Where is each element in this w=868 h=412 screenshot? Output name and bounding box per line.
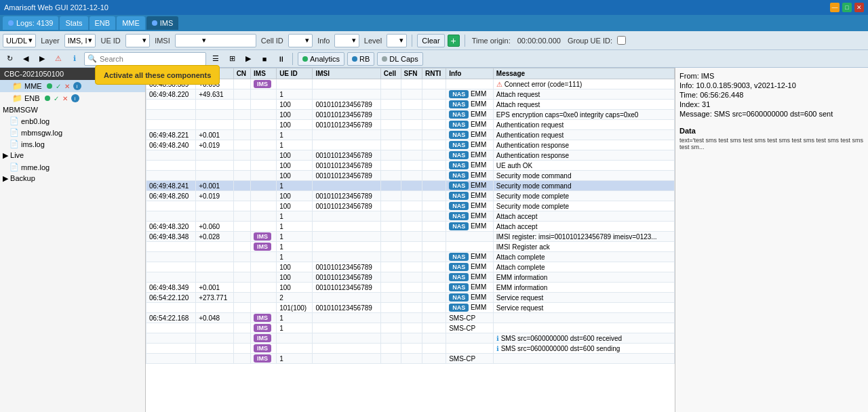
tab-mme-label: MME [122, 19, 140, 27]
table-row[interactable]: 06:49:48.260+0.019100001010123456789NAS … [146, 191, 675, 201]
mme-info[interactable]: i [73, 82, 81, 90]
sidebar-item-mbmsgw[interactable]: MBMSGW [0, 104, 145, 115]
data-section-title: Data [679, 127, 864, 135]
level-label: Level [362, 37, 384, 45]
activation-text: Activate all these components [104, 71, 211, 79]
table-row[interactable]: 100001010123456789NAS EMMEPS encryption … [146, 110, 675, 120]
refresh-button[interactable]: ↻ [3, 52, 16, 66]
table-row[interactable]: IMS1SMS-CP [146, 323, 675, 333]
table-row[interactable]: 06:49:48.240+0.0191NAS EMMAuthentication… [146, 140, 675, 150]
tab-enb[interactable]: ENB [90, 16, 116, 30]
dlcaps-label: DL Caps [389, 55, 418, 63]
tab-stats-label: Stats [65, 19, 82, 27]
tab-stats[interactable]: Stats [60, 16, 87, 30]
table-row[interactable]: 06:48:58.389+0.093IMS⚠ Connect error (co… [146, 79, 675, 89]
list-icon[interactable]: ☰ [209, 52, 222, 66]
group-ueid-checkbox[interactable] [617, 36, 626, 45]
sidebar-item-mbmsgwlog[interactable]: 📄 mbmsgw.log [0, 127, 145, 138]
clear-button[interactable]: Clear [417, 34, 444, 47]
grid-icon[interactable]: ⊞ [225, 52, 239, 66]
tab-ims[interactable]: IMS [146, 16, 179, 30]
content-area: Time Δ CN IMS UE ID IMSI Cell SFN RNTI I… [146, 68, 868, 412]
info-select[interactable]: ▾ [334, 34, 359, 47]
sidebar-item-enb[interactable]: 📁 ENB ✓ ✕ i [0, 92, 145, 104]
sidebar-item-enb0log[interactable]: 📄 enb0.log [0, 115, 145, 127]
table-row[interactable]: 101(100)001010123456789NAS EMMService re… [146, 303, 675, 313]
log-table-container[interactable]: Time Δ CN IMS UE ID IMSI Cell SFN RNTI I… [146, 68, 675, 412]
rb-dot [352, 56, 357, 62]
enb-x[interactable]: ✕ [62, 95, 68, 102]
search-input[interactable] [100, 55, 203, 63]
message-field: Message: SMS src=0600000000 dst=600 sent [679, 110, 864, 118]
table-row[interactable]: 100001010123456789NAS EMMUE auth OK [146, 161, 675, 171]
table-row[interactable]: 1NAS EMMAttach complete [146, 252, 675, 262]
table-row[interactable]: 100001010123456789NAS EMMAttach request [146, 100, 675, 110]
table-row[interactable]: IMS1IMSI Register ack [146, 242, 675, 252]
play-icon[interactable]: ▶ [241, 52, 255, 66]
table-row[interactable]: 100001010123456789NAS EMMEMM information [146, 272, 675, 283]
group-ueid-label: Group UE ID: [566, 37, 614, 45]
table-row[interactable]: IMSℹ SMS src=0600000000 dst=600 sending [146, 344, 675, 354]
table-row[interactable]: 06:49:48.241+0.0011NAS EMMSecurity mode … [146, 181, 675, 191]
enb-check[interactable]: ✓ [54, 95, 59, 102]
sidebar-item-backup[interactable]: ▶ Backup [0, 173, 145, 184]
stop-icon[interactable]: ■ [258, 52, 271, 66]
sidebar-label-enb0log: enb0.log [21, 117, 50, 125]
right-panel: From: IMS Info: 10.0.0.185:9003, v2021-1… [675, 68, 868, 412]
table-row[interactable]: IMSℹ SMS src=0600000000 dst=600 received [146, 333, 675, 344]
mme-check[interactable]: ✓ [56, 83, 61, 90]
ueid-select[interactable]: ▾ [125, 34, 150, 47]
sidebar-label-backup: ▶ Backup [3, 174, 35, 183]
pause-icon[interactable]: ⏸ [274, 52, 288, 66]
sidebar-item-live[interactable]: ▶ Live [0, 150, 145, 161]
folder-icon-enb: 📁 [12, 94, 22, 103]
table-row[interactable]: 1NAS EMMAttach accept [146, 211, 675, 222]
table-row[interactable]: 100001010123456789NAS EMMSecurity mode c… [146, 171, 675, 181]
sidebar-label-imslog: ims.log [21, 140, 45, 148]
table-row[interactable]: IMS1SMS-CP [146, 354, 675, 364]
analytics-button[interactable]: Analytics [298, 52, 344, 66]
file-icon-enb0: 📄 [9, 117, 19, 125]
sidebar-label-mmelog: mme.log [21, 163, 50, 171]
activation-popup: Activate all these components [95, 65, 220, 85]
table-row[interactable]: 100001010123456789NAS EMMAuthentication … [146, 150, 675, 161]
table-row[interactable]: 06:54:22.120+273.7712NAS EMMService requ… [146, 293, 675, 303]
minimize-button[interactable]: — [830, 3, 840, 12]
tab-logs[interactable]: Logs: 4139 [3, 16, 58, 30]
back-button[interactable]: ◀ [19, 52, 33, 66]
imsi-select[interactable]: ▾ [175, 34, 256, 47]
tab-mme[interactable]: MME [117, 16, 145, 30]
cellid-select[interactable]: ▾ [288, 34, 313, 47]
rb-button[interactable]: RB [347, 52, 374, 66]
table-row[interactable]: 06:49:48.221+0.0011NAS EMMAuthentication… [146, 130, 675, 140]
table-row[interactable]: 06:49:48.348+0.028IMS1IMSI register: ims… [146, 232, 675, 242]
add-button[interactable]: + [448, 35, 460, 47]
uldl-select[interactable]: UL/DL ▾ [3, 34, 36, 47]
sidebar-item-mmelog[interactable]: 📄 mme.log [0, 161, 145, 173]
close-button[interactable]: ✕ [854, 3, 864, 12]
file-icon-ims: 📄 [9, 140, 19, 148]
warning-button[interactable]: ⚠ [52, 52, 65, 66]
table-row[interactable]: 06:49:48.349+0.001100001010123456789NAS … [146, 283, 675, 293]
info-button[interactable]: ℹ [68, 52, 81, 66]
maximize-button[interactable]: □ [842, 3, 852, 12]
data-content: text='test sms test sms test sms test sm… [679, 137, 864, 150]
table-row[interactable]: 06:49:48.220+49.6311NAS EMMAttach reques… [146, 89, 675, 100]
index-field: Index: 31 [679, 100, 864, 108]
layer-label: Layer [39, 37, 62, 45]
table-row[interactable]: 100001010123456789NAS EMMAuthentication … [146, 120, 675, 130]
search-icon: 🔍 [87, 54, 97, 63]
table-row[interactable]: 100001010123456789NAS EMMSecurity mode c… [146, 201, 675, 211]
enb-info[interactable]: i [71, 94, 79, 102]
mme-x[interactable]: ✕ [64, 83, 70, 90]
sidebar-item-imslog[interactable]: 📄 ims.log [0, 138, 145, 150]
sidebar-label-mme: MME [24, 82, 42, 90]
table-row[interactable]: 06:54:22.168+0.048IMS1SMS-CP [146, 313, 675, 323]
level-select[interactable]: ▾ [387, 34, 407, 47]
forward-button[interactable]: ▶ [35, 52, 49, 66]
layer-select[interactable]: IMS, I ▾ [64, 34, 96, 47]
col-ueid: UE ID [277, 68, 313, 79]
dlcaps-button[interactable]: DL Caps [377, 52, 422, 66]
table-row[interactable]: 06:49:48.320+0.0601NAS EMMAttach accept [146, 222, 675, 232]
table-row[interactable]: 100001010123456789NAS EMMAttach complete [146, 262, 675, 272]
